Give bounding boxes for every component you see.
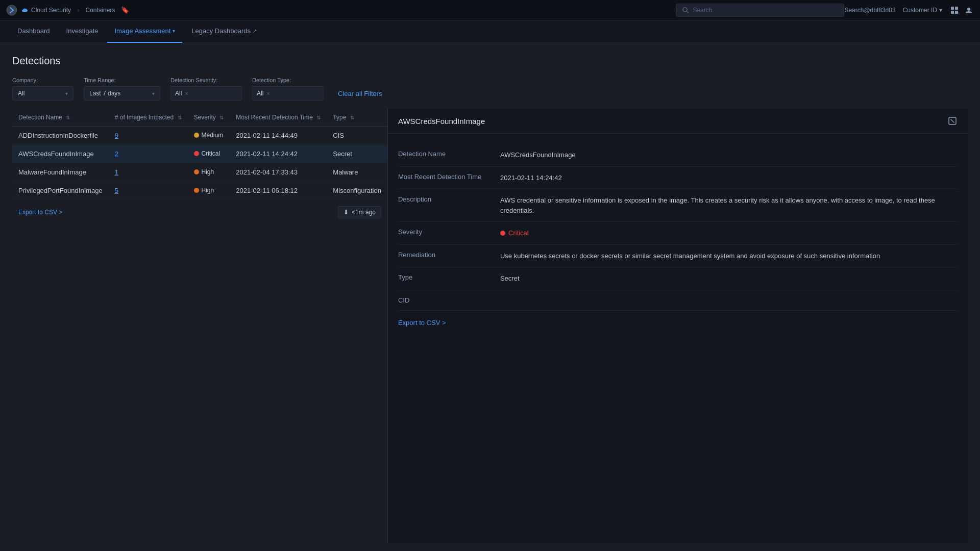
- svg-line-2: [687, 11, 688, 13]
- sort-name-icon: ⇅: [66, 115, 70, 120]
- cell-severity: Critical: [188, 145, 230, 163]
- svg-rect-5: [951, 11, 954, 14]
- detail-value-severity: Critical: [500, 228, 958, 238]
- table-row[interactable]: MalwareFoundInImage 1 High 2021-02-04 17…: [12, 163, 387, 182]
- filters-row: Company: All ▾ Time Range: Last 7 days ▾…: [12, 77, 968, 101]
- detection-type-input: All ×: [252, 86, 324, 101]
- table-body: ADDInstructionInDockerfile 9 Medium 2021…: [12, 127, 387, 200]
- cell-time: 2021-02-04 17:33:43: [230, 163, 327, 182]
- time-range-select[interactable]: Last 7 days ▾: [84, 86, 160, 101]
- sort-time-icon: ⇅: [316, 115, 321, 120]
- detection-type-label: Detection Type:: [252, 77, 324, 83]
- user-email: Search@dbf83d03: [844, 7, 895, 14]
- detail-key-remediation: Remediation: [398, 251, 500, 259]
- download-button[interactable]: ⬇ <1m ago: [338, 206, 381, 218]
- detection-type-filter-group: Detection Type: All ×: [252, 77, 324, 101]
- cell-images: 5: [109, 182, 188, 200]
- table-section: Detection Name ⇅ # of Images Impacted ⇅ …: [12, 109, 387, 543]
- search-icon: [682, 7, 689, 13]
- detection-severity-tag: All ×: [170, 86, 242, 101]
- detail-key-time: Most Recent Detection Time: [398, 173, 500, 181]
- download-label: <1m ago: [352, 209, 376, 216]
- company-filter-group: Company: All ▾: [12, 77, 74, 101]
- download-icon: ⬇: [344, 209, 349, 216]
- detections-table: Detection Name ⇅ # of Images Impacted ⇅ …: [12, 109, 387, 200]
- detail-row-cid: CID: [398, 290, 958, 311]
- severity-dot-icon: [194, 151, 199, 156]
- detection-severity-clear-icon[interactable]: ×: [185, 90, 188, 96]
- breadcrumb-containers: Containers: [85, 7, 115, 14]
- detail-value-type: Secret: [500, 273, 958, 284]
- nav-image-assessment[interactable]: Image Assessment ▾: [107, 20, 182, 43]
- severity-dot-icon: [194, 188, 199, 193]
- cell-time: 2021-02-11 14:24:42: [230, 145, 327, 163]
- col-time[interactable]: Most Recent Detection Time ⇅: [230, 109, 327, 127]
- falcon-logo-icon: [6, 5, 17, 16]
- table-row[interactable]: PrivilegedPortFoundInImage 5 High 2021-0…: [12, 182, 387, 200]
- main-content: Detections Company: All ▾ Time Range: La…: [0, 43, 980, 551]
- detail-value-description: AWS credential or sensitive information …: [500, 195, 958, 215]
- user-icon[interactable]: [964, 5, 974, 15]
- cell-type: Misconfiguration: [327, 182, 387, 200]
- bookmark-icon[interactable]: 🔖: [121, 6, 129, 14]
- table-export-csv-link[interactable]: Export to CSV >: [12, 205, 68, 220]
- cell-severity: High: [188, 163, 230, 182]
- table-header: Detection Name ⇅ # of Images Impacted ⇅ …: [12, 109, 387, 127]
- content-area: Detection Name ⇅ # of Images Impacted ⇅ …: [12, 109, 968, 543]
- severity-dot-icon: [194, 133, 199, 138]
- sort-type-icon: ⇅: [350, 115, 354, 120]
- page-title: Detections: [12, 55, 968, 67]
- nav-icons: [949, 5, 974, 15]
- severity-dot-icon: [500, 231, 505, 236]
- time-range-filter-group: Time Range: Last 7 days ▾: [84, 77, 160, 101]
- time-range-arrow-icon: ▾: [152, 91, 155, 96]
- nav-investigate[interactable]: Investigate: [59, 20, 106, 43]
- table-row[interactable]: AWSCredsFoundInImage 2 Critical 2021-02-…: [12, 145, 387, 163]
- search-box[interactable]: Search: [676, 4, 844, 17]
- col-type[interactable]: Type ⇅: [327, 109, 387, 127]
- nav-legacy-dashboards[interactable]: Legacy Dashboards ↗: [184, 20, 264, 43]
- detail-row-remediation: Remediation Use kubernetes secrets or do…: [398, 245, 958, 268]
- cell-images: 2: [109, 145, 188, 163]
- detail-row-severity: Severity Critical: [398, 222, 958, 245]
- detail-row-type: Type Secret: [398, 267, 958, 290]
- detail-panel-title: AWSCredsFoundInImage: [398, 117, 485, 126]
- col-detection-name[interactable]: Detection Name ⇅: [12, 109, 109, 127]
- col-images-impacted[interactable]: # of Images Impacted ⇅: [109, 109, 188, 127]
- sort-severity-icon: ⇅: [219, 115, 224, 120]
- cloud-icon: [21, 7, 29, 14]
- detection-severity-input: All ×: [170, 86, 242, 101]
- cell-time: 2021-02-11 14:44:49: [230, 127, 327, 145]
- detection-type-clear-icon[interactable]: ×: [266, 90, 270, 96]
- sort-images-icon: ⇅: [178, 115, 182, 120]
- svg-rect-6: [955, 11, 958, 14]
- sub-nav: Dashboard Investigate Image Assessment ▾…: [0, 20, 980, 43]
- detection-type-tag: All ×: [252, 86, 324, 101]
- detail-panel-header: AWSCredsFoundInImage: [388, 109, 968, 134]
- top-nav-left: Cloud Security › Containers 🔖: [6, 5, 676, 16]
- customer-id-chevron-icon: ▾: [939, 7, 942, 14]
- svg-point-0: [7, 5, 17, 15]
- detail-key-cid: CID: [398, 296, 500, 304]
- cell-type: CIS: [327, 127, 387, 145]
- table-row[interactable]: ADDInstructionInDockerfile 9 Medium 2021…: [12, 127, 387, 145]
- grid-icon[interactable]: [949, 5, 960, 15]
- detail-panel: AWSCredsFoundInImage Detection Name AWSC…: [387, 109, 968, 543]
- col-severity[interactable]: Severity ⇅: [188, 109, 230, 127]
- detail-key-type: Type: [398, 273, 500, 281]
- detail-row-description: Description AWS credential or sensitive …: [398, 189, 958, 222]
- nav-dashboard[interactable]: Dashboard: [10, 20, 57, 43]
- detail-value-detection-name: AWSCredsFoundInImage: [500, 150, 958, 160]
- detail-row-time: Most Recent Detection Time 2021-02-11 14…: [398, 167, 958, 190]
- clear-all-filters-button[interactable]: Clear all Filters: [334, 86, 386, 101]
- cell-name: MalwareFoundInImage: [12, 163, 109, 182]
- company-select[interactable]: All ▾: [12, 86, 74, 101]
- detail-key-description: Description: [398, 195, 500, 203]
- detail-panel-close-button[interactable]: [947, 116, 958, 126]
- cell-severity: High: [188, 182, 230, 200]
- customer-id-dropdown[interactable]: Customer ID ▾: [903, 7, 942, 14]
- cell-severity: Medium: [188, 127, 230, 145]
- detail-export-csv-link[interactable]: Export to CSV >: [398, 311, 958, 331]
- severity-dot-icon: [194, 169, 199, 174]
- top-nav: Cloud Security › Containers 🔖 Search Sea…: [0, 0, 980, 20]
